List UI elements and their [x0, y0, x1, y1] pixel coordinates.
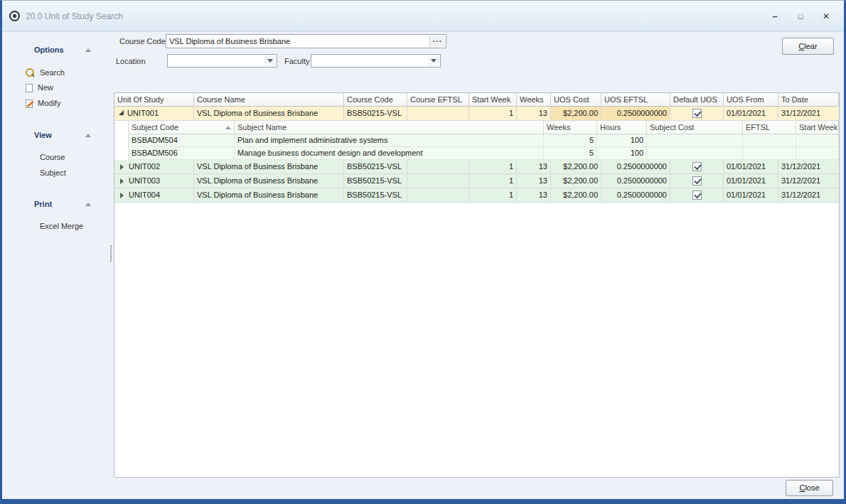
course-code-cell[interactable]: BSB50215-VSL [344, 107, 407, 121]
unit-cell[interactable]: UNIT004 [114, 188, 194, 203]
uos-from-cell[interactable]: 01/01/2021 [724, 160, 778, 174]
column-header-start-week[interactable]: Start Week [469, 93, 517, 107]
course-name-cell[interactable]: VSL Diploma of Business Brisbane [194, 160, 344, 174]
expand-row-icon[interactable] [120, 178, 124, 184]
location-combo[interactable] [167, 54, 277, 68]
location-dropdown-button[interactable] [264, 55, 276, 66]
uos-eftsl-cell[interactable]: 0.2500000000 [601, 160, 670, 174]
weeks-cell[interactable]: 13 [517, 174, 551, 188]
sidebar-item-modify[interactable]: Modify [2, 97, 108, 109]
faculty-dropdown-button[interactable] [428, 55, 439, 66]
default-uos-cell[interactable] [670, 174, 724, 188]
column-header-uos-cost[interactable]: UOS Cost [551, 93, 601, 107]
collapse-row-icon[interactable] [119, 110, 124, 115]
uos-from-cell[interactable]: 01/01/2021 [724, 188, 778, 203]
uos-eftsl-cell[interactable]: 0.2500000000 [601, 174, 670, 188]
column-header-to-date[interactable]: To Date [778, 93, 839, 107]
course-code-lookup-button[interactable]: ··· [429, 36, 445, 47]
location-input[interactable] [168, 55, 277, 67]
maximize-button[interactable]: □ [790, 9, 811, 23]
subject-row-bsbadm506[interactable]: BSBADM506 Manage business document desig… [128, 147, 839, 160]
course-eftsl-cell[interactable] [407, 174, 469, 188]
expand-row-icon[interactable] [120, 193, 124, 198]
subject-code-cell[interactable]: BSBADM504 [128, 134, 235, 147]
uos-eftsl-cell[interactable]: 0.2500000000 [601, 107, 670, 121]
column-header-course-code[interactable]: Course Code [344, 93, 407, 107]
minimize-button[interactable]: – [764, 9, 786, 23]
subject-eftsl-cell[interactable] [743, 147, 796, 160]
column-header-course-name[interactable]: Course Name [194, 93, 344, 107]
sidebar-item-new[interactable]: New [2, 81, 108, 94]
subject-weeks-cell[interactable]: 5 [544, 147, 597, 160]
default-uos-checkbox[interactable] [692, 109, 702, 118]
column-header-subject-weeks[interactable]: Weeks [544, 121, 597, 134]
subject-weeks-cell[interactable]: 5 [544, 134, 597, 147]
column-header-subject-cost[interactable]: Subject Cost [647, 121, 743, 134]
clear-button[interactable]: Clear [782, 38, 834, 55]
course-name-cell[interactable]: VSL Diploma of Business Brisbane [194, 188, 344, 203]
course-eftsl-cell[interactable] [407, 107, 469, 121]
column-header-unit-of-study[interactable]: Unit Of Study [114, 93, 194, 107]
uos-from-cell[interactable]: 01/01/2021 [724, 174, 778, 188]
uos-eftsl-cell[interactable]: 0.2500000000 [601, 188, 670, 203]
subject-cost-cell[interactable] [647, 147, 743, 160]
course-code-cell[interactable]: BSB50215-VSL [344, 160, 407, 174]
uos-from-cell[interactable]: 01/01/2021 [724, 107, 778, 121]
course-code-input[interactable] [166, 35, 446, 48]
subject-eftsl-cell[interactable] [743, 134, 796, 147]
subject-row-bsbadm504[interactable]: BSBADM504 Plan and implement administrat… [128, 134, 839, 147]
subject-start-week-cell[interactable] [796, 134, 839, 147]
unit-cell[interactable]: UNIT003 [114, 174, 194, 188]
subject-cost-cell[interactable] [647, 134, 743, 147]
faculty-combo[interactable] [311, 54, 441, 68]
sidebar-group-view[interactable]: View [2, 129, 108, 141]
to-date-cell[interactable]: 31/12/2021 [778, 107, 839, 121]
course-name-cell[interactable]: VSL Diploma of Business Brisbane [194, 107, 344, 121]
column-header-uos-eftsl[interactable]: UOS EFTSL [601, 93, 670, 107]
default-uos-checkbox[interactable] [692, 191, 702, 200]
subject-name-cell[interactable]: Manage business document design and deve… [235, 147, 544, 160]
subject-hours-cell[interactable]: 100 [597, 147, 647, 160]
column-header-uos-from[interactable]: UOS From [724, 93, 778, 107]
sidebar-item-search[interactable]: Search [2, 66, 108, 79]
unit-cell[interactable]: UNIT002 [114, 160, 194, 174]
to-date-cell[interactable]: 31/12/2021 [778, 188, 839, 203]
column-header-subject-start-week[interactable]: Start Week [796, 121, 839, 134]
subject-start-week-cell[interactable] [796, 147, 839, 160]
subject-hours-cell[interactable]: 100 [597, 134, 647, 147]
subject-name-cell[interactable]: Plan and implement administrative system… [235, 134, 544, 147]
column-header-subject-code[interactable]: Subject Code [128, 121, 235, 134]
to-date-cell[interactable]: 31/12/2021 [778, 174, 839, 188]
subject-code-cell[interactable]: BSBADM506 [128, 147, 235, 160]
close-window-button[interactable]: ✕ [815, 9, 837, 23]
default-uos-cell[interactable] [670, 107, 724, 121]
sidebar-group-options[interactable]: Options [2, 43, 108, 56]
uos-cost-cell[interactable]: $2,200.00 [551, 107, 601, 121]
course-name-cell[interactable]: VSL Diploma of Business Brisbane [194, 174, 344, 188]
table-row-unit003[interactable]: UNIT003 VSL Diploma of Business Brisbane… [114, 174, 839, 188]
close-button[interactable]: Close [786, 480, 833, 496]
column-header-subject-eftsl[interactable]: EFTSL [743, 121, 796, 134]
course-eftsl-cell[interactable] [407, 188, 469, 203]
faculty-input[interactable] [311, 55, 440, 67]
default-uos-checkbox[interactable] [692, 176, 702, 186]
column-header-default-uos[interactable]: Default UOS [670, 93, 724, 107]
column-header-weeks[interactable]: Weeks [517, 93, 551, 107]
course-eftsl-cell[interactable] [407, 160, 469, 174]
weeks-cell[interactable]: 13 [517, 107, 551, 121]
sidebar-item-excel-merge[interactable]: Excel Merge [2, 220, 108, 232]
sidebar-item-course[interactable]: Course [2, 151, 108, 163]
sidebar-item-subject[interactable]: Subject [2, 166, 108, 179]
unit-cell[interactable]: UNIT001 [114, 107, 194, 121]
start-week-cell[interactable]: 1 [469, 107, 517, 121]
table-row-unit004[interactable]: UNIT004 VSL Diploma of Business Brisbane… [114, 188, 839, 203]
start-week-cell[interactable]: 1 [469, 174, 517, 188]
expand-row-icon[interactable] [120, 164, 124, 170]
table-row-unit001[interactable]: UNIT001 VSL Diploma of Business Brisbane… [114, 107, 839, 121]
table-row-unit002[interactable]: UNIT002 VSL Diploma of Business Brisbane… [114, 160, 839, 174]
course-code-cell[interactable]: BSB50215-VSL [344, 188, 407, 203]
column-header-subject-name[interactable]: Subject Name [235, 121, 544, 134]
uos-cost-cell[interactable]: $2,200.00 [551, 188, 601, 203]
uos-cost-cell[interactable]: $2,200.00 [551, 174, 601, 188]
default-uos-checkbox[interactable] [692, 162, 702, 171]
